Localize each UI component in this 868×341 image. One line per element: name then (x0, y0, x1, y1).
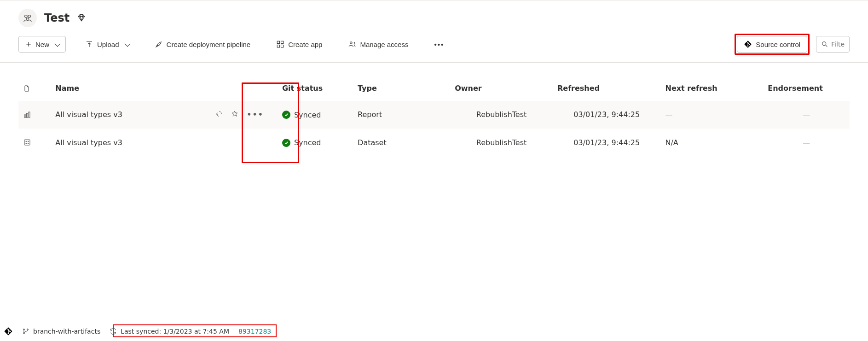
svg-point-16 (28, 143, 29, 144)
item-name[interactable]: All visual types v3 (55, 138, 122, 147)
table-header-row: Name Git status Type Owner Refreshed Nex… (18, 76, 850, 101)
create-pipeline-button[interactable]: Create deployment pipeline (148, 36, 257, 53)
commit-id[interactable]: 89317283 (238, 328, 271, 335)
svg-point-15 (26, 143, 27, 144)
item-type: Dataset (353, 129, 450, 157)
annotation-source-control: Source control (735, 34, 810, 55)
svg-point-14 (28, 141, 29, 142)
manage-access-label: Manage access (360, 41, 408, 48)
item-refreshed: 03/01/23, 9:44:25 (553, 129, 661, 157)
create-app-button[interactable]: Create app (270, 36, 329, 53)
svg-point-2 (26, 18, 29, 21)
svg-point-7 (350, 42, 353, 44)
svg-rect-3 (277, 41, 279, 43)
more-button[interactable]: ••• (428, 36, 451, 53)
rocket-icon (155, 40, 163, 48)
branch-icon (22, 328, 29, 335)
svg-rect-4 (281, 41, 284, 43)
row-more-icon[interactable]: ••• (247, 110, 264, 119)
table-row[interactable]: All visual types v3 Synced Dataset Rebub… (18, 129, 850, 157)
git-provider-icon (4, 327, 13, 336)
upload-icon (85, 40, 93, 48)
svg-rect-6 (281, 45, 284, 47)
share-icon[interactable] (215, 110, 223, 119)
people-icon (23, 13, 33, 23)
workspace-title: Test (44, 12, 69, 24)
svg-rect-5 (277, 45, 279, 47)
filter-input[interactable]: Filte (816, 36, 850, 53)
search-icon (821, 41, 828, 48)
git-icon (744, 40, 752, 48)
item-type: Report (353, 101, 450, 129)
header-type[interactable]: Type (353, 76, 450, 101)
header-next-refresh[interactable]: Next refresh (660, 76, 763, 101)
diamond-icon (77, 13, 86, 23)
star-icon[interactable] (231, 110, 238, 119)
manage-access-button[interactable]: Manage access (341, 36, 415, 53)
header-refreshed[interactable]: Refreshed (553, 76, 661, 101)
file-icon (23, 84, 30, 93)
branch-indicator[interactable]: branch-with-artifacts (22, 328, 100, 335)
item-owner: RebublishTest (450, 129, 553, 157)
filter-placeholder: Filte (831, 41, 845, 48)
workspace-header: Test (0, 0, 868, 34)
svg-point-17 (23, 329, 25, 330)
svg-rect-9 (24, 115, 26, 118)
workspace-avatar (18, 9, 37, 27)
new-button-label: New (35, 41, 49, 48)
svg-point-19 (27, 329, 29, 330)
upload-button-label: Upload (97, 41, 119, 48)
svg-rect-12 (24, 140, 30, 145)
app-icon (276, 40, 284, 48)
header-icon[interactable] (18, 76, 51, 101)
source-control-label: Source control (756, 41, 800, 48)
item-next-refresh: N/A (660, 129, 763, 157)
git-status-value: Synced (294, 138, 321, 147)
sync-icon (110, 328, 117, 335)
branch-name: branch-with-artifacts (33, 328, 100, 335)
svg-point-0 (25, 15, 28, 18)
plus-icon (25, 41, 32, 47)
upload-button[interactable]: Upload (79, 36, 135, 53)
git-status-value: Synced (294, 111, 321, 119)
table-row[interactable]: All visual types v3 ••• (18, 101, 850, 129)
create-pipeline-label: Create deployment pipeline (167, 41, 251, 48)
people-icon (348, 40, 356, 48)
header-name[interactable]: Name (51, 76, 278, 101)
svg-point-1 (28, 15, 30, 18)
header-git-status[interactable]: Git status (278, 76, 353, 101)
item-endorsement: — (763, 129, 850, 157)
item-owner: RebublishTest (450, 101, 553, 129)
source-control-button[interactable]: Source control (737, 36, 807, 53)
sync-indicator[interactable]: Last synced: 1/3/2023 at 7:45 AM (110, 328, 229, 335)
status-bar: branch-with-artifacts Last synced: 1/3/2… (0, 321, 868, 341)
svg-rect-10 (27, 113, 28, 118)
svg-point-18 (23, 332, 25, 334)
item-name[interactable]: All visual types v3 (55, 110, 122, 119)
toolbar: New Upload Create deployment pipeline Cr… (0, 34, 868, 63)
report-icon (23, 111, 46, 119)
header-owner[interactable]: Owner (450, 76, 553, 101)
svg-point-13 (26, 141, 27, 142)
ellipsis-icon: ••• (434, 41, 444, 48)
svg-rect-11 (29, 112, 30, 118)
content-table: Name Git status Type Owner Refreshed Nex… (0, 63, 868, 157)
item-next-refresh: — (660, 101, 763, 129)
check-circle-icon (282, 111, 290, 119)
header-endorsement[interactable]: Endorsement (763, 76, 850, 101)
svg-point-8 (822, 42, 826, 46)
dataset-icon (23, 138, 46, 147)
last-synced-text: Last synced: 1/3/2023 at 7:45 AM (121, 328, 229, 335)
item-refreshed: 03/01/23, 9:44:25 (553, 101, 661, 129)
check-circle-icon (282, 139, 290, 147)
new-button[interactable]: New (18, 36, 66, 53)
create-app-label: Create app (288, 41, 322, 48)
item-endorsement: — (763, 101, 850, 129)
